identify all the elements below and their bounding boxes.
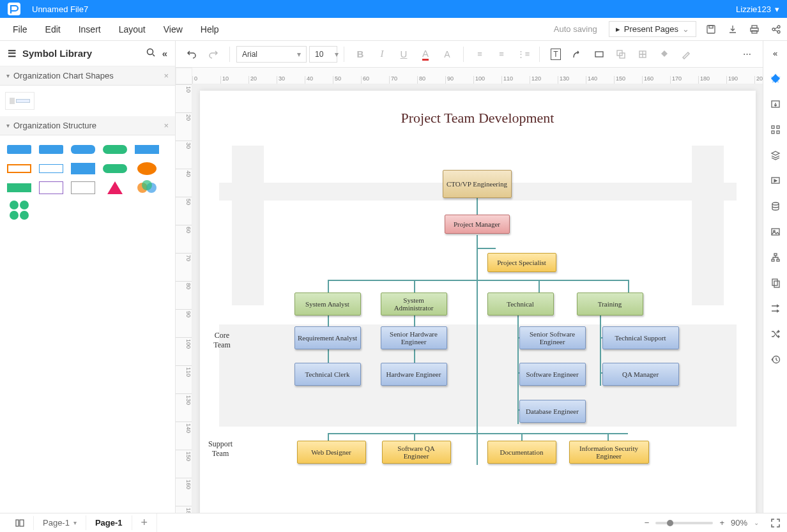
shape-thumb[interactable]	[101, 142, 129, 157]
category-org-chart-shapes[interactable]: ▾ Organization Chart Shapes ×	[0, 66, 175, 86]
fill-button[interactable]	[655, 45, 674, 64]
download-icon[interactable]	[726, 22, 740, 36]
fullscreen-icon[interactable]	[770, 518, 781, 528]
node-child[interactable]: Requirement Analyst	[294, 326, 361, 349]
node-child[interactable]: Database Engineer	[519, 400, 586, 423]
arrange-button[interactable]	[633, 45, 652, 64]
collapse-right-icon[interactable]: «	[768, 46, 783, 60]
more-icon[interactable]: ⋯	[737, 45, 756, 64]
shape-thumb[interactable]	[69, 161, 97, 176]
shape-thumb[interactable]	[133, 161, 161, 176]
shape-thumb[interactable]	[101, 180, 129, 195]
font-color-button[interactable]: A	[416, 45, 435, 64]
node-branch-2[interactable]: Technical	[487, 293, 554, 315]
font-select[interactable]: Arial▾	[236, 46, 307, 63]
shape-thumb[interactable]	[37, 142, 65, 157]
present-icon[interactable]	[768, 174, 783, 188]
add-page-button[interactable]: +	[132, 513, 158, 532]
undo-button[interactable]	[182, 45, 201, 64]
canvas-scroll[interactable]: Project Team Development	[192, 84, 763, 513]
canvas-page[interactable]: Project Team Development	[200, 91, 756, 513]
zoom-label[interactable]: 90%	[731, 518, 747, 528]
group-button[interactable]	[611, 45, 630, 64]
connector-button[interactable]	[568, 45, 587, 64]
style-icon[interactable]	[768, 72, 783, 86]
save-icon[interactable]	[704, 22, 718, 36]
shape-thumb[interactable]	[69, 180, 97, 195]
underline-button[interactable]: U	[394, 45, 413, 64]
shape-thumb[interactable]	[101, 161, 129, 176]
user-menu[interactable]: Lizzie123 ▾	[736, 4, 779, 14]
search-icon[interactable]	[146, 48, 156, 59]
highlight-button[interactable]: A	[438, 45, 457, 64]
node-pm[interactable]: Project Manager	[445, 215, 510, 234]
pen-button[interactable]	[676, 45, 696, 64]
layers-icon[interactable]	[768, 148, 783, 162]
page-tab-dropdown[interactable]: Page-1▾	[34, 515, 86, 530]
node-branch-1[interactable]: System Administrator	[381, 293, 447, 315]
print-icon[interactable]	[747, 22, 761, 36]
shape-thumb[interactable]	[5, 161, 33, 176]
share-icon[interactable]	[769, 22, 783, 36]
shape-thumb[interactable]	[5, 199, 33, 221]
bold-button[interactable]: B	[351, 45, 370, 64]
node-support[interactable]: Information Security Engineer	[569, 441, 649, 464]
zoom-slider[interactable]	[655, 522, 713, 524]
database-icon[interactable]	[768, 199, 783, 213]
tree-icon[interactable]	[768, 250, 783, 264]
text-tool-button[interactable]: T	[546, 45, 565, 64]
node-child[interactable]: Senior Software Engineer	[519, 326, 586, 349]
list-button[interactable]: ⋮≡	[514, 45, 533, 64]
node-child[interactable]: Technical Support	[602, 326, 679, 349]
shuffle-icon[interactable]	[768, 327, 783, 341]
align-left-button[interactable]: ≡	[470, 45, 489, 64]
clipboard-icon[interactable]	[768, 276, 783, 290]
image-icon[interactable]	[768, 225, 783, 239]
export-icon[interactable]	[768, 97, 783, 111]
zoom-out-button[interactable]: −	[645, 518, 650, 528]
menu-view[interactable]: View	[155, 20, 192, 38]
node-child[interactable]: Technical Clerk	[294, 363, 361, 386]
node-branch-3[interactable]: Training	[577, 293, 643, 315]
node-child[interactable]: Software Engineer	[519, 363, 586, 386]
shape-thumb[interactable]	[69, 142, 97, 157]
shape-thumb[interactable]	[37, 180, 65, 195]
present-pages-button[interactable]: ▸ Present Pages ⌄	[609, 21, 696, 37]
shape-button[interactable]	[590, 45, 609, 64]
node-child[interactable]: Senior Hardware Engineer	[381, 326, 447, 349]
shape-thumb[interactable]	[133, 142, 161, 157]
node-support[interactable]: Software QA Engineer	[382, 441, 451, 464]
node-support[interactable]: Documentation	[487, 441, 556, 464]
collapse-sidebar-icon[interactable]: «	[162, 48, 167, 59]
arrow-right-icon[interactable]	[768, 301, 783, 315]
shape-thumb[interactable]	[5, 180, 33, 195]
close-icon[interactable]: ×	[164, 71, 169, 80]
shape-thumb[interactable]	[37, 161, 65, 176]
menu-edit[interactable]: Edit	[36, 20, 70, 38]
menu-help[interactable]: Help	[192, 20, 228, 38]
node-support[interactable]: Web Designer	[297, 441, 366, 464]
node-specialist[interactable]: Project Specialist	[487, 253, 556, 272]
page-tab-active[interactable]: Page-1	[86, 515, 132, 530]
node-branch-0[interactable]: System Analyst	[294, 293, 361, 315]
shape-thumb[interactable]	[5, 142, 33, 157]
shape-thumb[interactable]	[5, 92, 34, 110]
category-org-structure[interactable]: ▾ Organization Structure ×	[0, 116, 175, 135]
close-icon[interactable]: ×	[164, 121, 169, 130]
shape-thumb[interactable]	[133, 180, 161, 195]
zoom-in-button[interactable]: +	[719, 518, 724, 528]
node-child[interactable]: Hardware Engineer	[381, 363, 447, 386]
right-toolbar: «	[763, 41, 787, 513]
menu-layout[interactable]: Layout	[110, 20, 155, 38]
italic-button[interactable]: I	[372, 45, 392, 64]
align-center-button[interactable]: ≡	[492, 45, 511, 64]
font-size-select[interactable]: 10▾	[309, 46, 337, 63]
page-outline-button[interactable]	[6, 516, 34, 530]
node-child[interactable]: QA Manager	[602, 363, 679, 386]
menu-file[interactable]: File	[4, 20, 36, 38]
node-root[interactable]: CTO/VP Engineering	[443, 170, 512, 198]
history-icon[interactable]	[768, 353, 783, 367]
menu-insert[interactable]: Insert	[70, 20, 110, 38]
grid-icon[interactable]	[768, 123, 783, 137]
redo-button[interactable]	[204, 45, 223, 64]
